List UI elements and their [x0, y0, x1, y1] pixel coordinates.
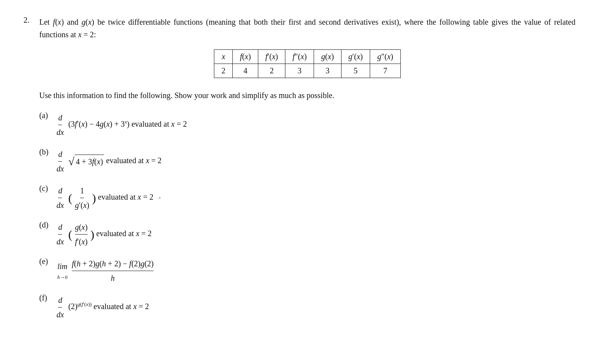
cell-gx: 3 [314, 64, 341, 78]
lim-e: lim h→0 [57, 260, 68, 282]
frac-d-dx-d: d dx [57, 220, 64, 248]
frac-d-dx-f: d dx [57, 293, 64, 321]
part-b-content: d dx √ 4 + 3f(x) evaluated at x = 2 [56, 147, 162, 175]
part-a-content: d dx (3f′(x) − 4g(x) + 3x) evaluated at … [56, 111, 187, 139]
frac-c: 1 g′(x) [75, 184, 89, 212]
part-f-eval: evaluated at x = 2 [93, 302, 149, 311]
col-header-x: x [214, 50, 233, 64]
frac-d-dx-c: d dx [57, 184, 64, 212]
sqrt-symbol-b: √ [68, 156, 74, 167]
part-a-eval: evaluated at x = 2 [131, 120, 187, 128]
part-f: (f) d dx (2)g(f′(x)) evaluated at x = 2 [39, 293, 575, 321]
part-c-content: d dx ( 1 g′(x) ) evaluated at x = 2 - [56, 184, 161, 212]
dash-note-c: - [159, 193, 161, 201]
problem-number: 2. [24, 16, 35, 330]
cell-gpx: 5 [341, 64, 370, 78]
part-d-content: d dx ( g(x) f′(x) ) evaluated at x = 2 [56, 220, 152, 248]
part-b-eval: evaluated at x = 2 [106, 156, 161, 165]
part-c: (c) d dx ( 1 g′(x) ) evaluated at x = [39, 184, 575, 212]
cell-fx: 4 [233, 64, 258, 78]
part-f-expr: (2)g(f′(x)) [68, 302, 91, 311]
part-d-eval: evaluated at x = 2 [96, 229, 152, 238]
cell-gppx: 7 [370, 64, 401, 78]
part-d-label: (d) [39, 220, 52, 229]
d-dx-a: d dx [56, 111, 65, 139]
part-a-expr: (3f′(x) − 4g(x) + 3x) [68, 120, 130, 128]
intro-text: Let f(x) and g(x) be twice differentiabl… [39, 16, 575, 41]
part-a-label: (a) [39, 111, 52, 120]
open-paren-d: ( [68, 228, 72, 241]
part-b-label: (b) [39, 147, 52, 157]
table-row: 2 4 2 3 3 5 7 [214, 64, 401, 78]
col-header-gpx: g′(x) [341, 50, 370, 64]
close-paren-c: ) [92, 191, 96, 204]
col-header-fppx: f″(x) [285, 50, 314, 64]
col-header-gppx: g″(x) [370, 50, 401, 64]
frac-e: f(h + 2)g(h + 2) − f(2)g(2) h [72, 257, 153, 285]
sqrt-content-b: 4 + 3f(x) [75, 155, 104, 168]
problem-body: Let f(x) and g(x) be twice differentiabl… [39, 16, 575, 330]
frac-d-dx-b: d dx [57, 147, 64, 175]
frac-d-dx-a: d dx [57, 111, 64, 139]
part-f-content: d dx (2)g(f′(x)) evaluated at x = 2 [56, 293, 149, 321]
d-dx-c: d dx [56, 184, 65, 212]
instruction-text: Use this information to find the followi… [39, 89, 575, 102]
parts-list: (a) d dx (3f′(x) − 4g(x) + 3x) evaluated… [39, 111, 575, 321]
close-paren-d: ) [90, 228, 94, 241]
cell-fppx: 3 [285, 64, 314, 78]
col-header-fx: f(x) [233, 50, 258, 64]
d-dx-f: d dx [56, 293, 65, 321]
col-header-gx: g(x) [314, 50, 341, 64]
part-c-eval: evaluated at x = 2 [98, 193, 153, 201]
part-c-label: (c) [39, 184, 52, 193]
cell-fpx: 2 [258, 64, 285, 78]
part-f-label: (f) [39, 293, 52, 302]
cell-x: 2 [214, 64, 233, 78]
part-a: (a) d dx (3f′(x) − 4g(x) + 3x) evaluated… [39, 111, 575, 139]
part-b: (b) d dx √ 4 + 3f(x) evaluated at x = 2 [39, 147, 575, 175]
problem-container: 2. Let f(x) and g(x) be twice differenti… [24, 16, 575, 330]
data-table-wrapper: x f(x) f′(x) f″(x) g(x) g′(x) g″(x) 2 4 … [39, 49, 575, 78]
frac-d: g(x) f′(x) [75, 220, 88, 248]
values-table: x f(x) f′(x) f″(x) g(x) g′(x) g″(x) 2 4 … [214, 49, 401, 78]
part-e: (e) lim h→0 f(h + 2)g(h + 2) − f(2)g(2) … [39, 257, 575, 285]
col-header-fpx: f′(x) [258, 50, 285, 64]
d-dx-d: d dx [56, 220, 65, 248]
sqrt-b: √ 4 + 3f(x) [68, 155, 104, 168]
d-dx-b: d dx [56, 147, 65, 175]
part-e-label: (e) [39, 257, 52, 266]
part-e-content: lim h→0 f(h + 2)g(h + 2) − f(2)g(2) h [56, 257, 154, 285]
open-paren-c: ( [68, 191, 72, 204]
part-d: (d) d dx ( g(x) f′(x) ) evaluated at x [39, 220, 575, 248]
